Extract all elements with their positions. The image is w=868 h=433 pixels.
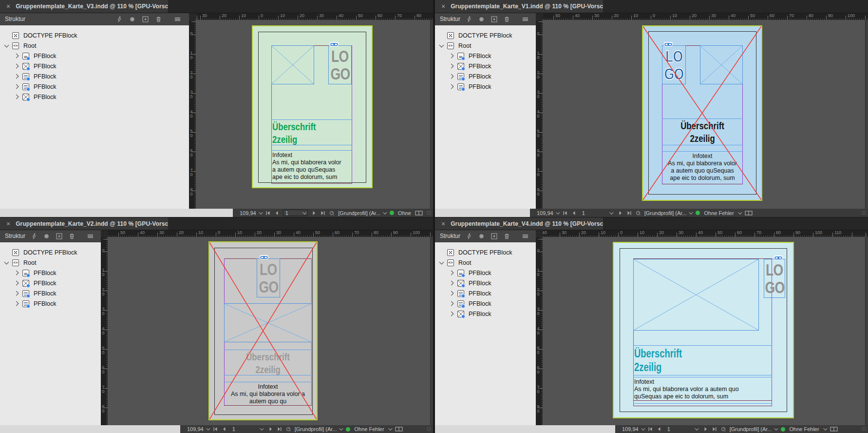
tree-item[interactable]: PFBlock xyxy=(0,61,189,71)
page-canvas[interactable]: LO GO Überschrift 2zeilig Infotext As mi… xyxy=(252,25,373,188)
tree-item[interactable]: PFBlock xyxy=(0,92,189,102)
expander-icon[interactable] xyxy=(13,292,20,295)
record-circle-icon[interactable] xyxy=(478,16,485,22)
preflight-profile-control[interactable]: [Grundprofil] (Ar... xyxy=(730,426,777,432)
tree-item[interactable]: PFBlock xyxy=(435,309,536,319)
pasteboard-view-icon[interactable] xyxy=(395,427,403,432)
tree-item[interactable]: PFBlock xyxy=(0,298,101,309)
preflight-icon[interactable] xyxy=(329,211,334,216)
expander-icon[interactable] xyxy=(13,85,20,88)
logo-frame[interactable]: LO GO xyxy=(328,45,352,84)
last-page-button[interactable] xyxy=(277,427,282,432)
vertical-scrollbar[interactable] xyxy=(430,20,433,209)
expander-icon[interactable] xyxy=(438,44,445,47)
ruler-origin-corner[interactable] xyxy=(536,13,543,20)
trash-icon[interactable] xyxy=(504,16,510,22)
tree-item[interactable]: PFBlock xyxy=(0,288,101,298)
page-canvas[interactable]: LO GO Überschrift 2zeilig Infotext As mi… xyxy=(613,242,794,418)
horizontal-ruler[interactable]: 50403020100102030405060708090100 xyxy=(108,230,433,237)
tree-item[interactable]: PFBlock xyxy=(0,268,101,278)
next-page-button[interactable] xyxy=(268,427,273,432)
add-element-icon[interactable] xyxy=(56,233,62,239)
expander-icon[interactable] xyxy=(13,271,20,275)
vertical-scrollbar[interactable] xyxy=(865,20,868,209)
document-tab[interactable]: × Gruppentemplate_Karte_V3.indd @ 110 % … xyxy=(0,0,168,13)
ruler-origin-corner[interactable] xyxy=(101,230,108,237)
page-number-field[interactable]: 1 xyxy=(230,426,264,433)
trash-icon[interactable] xyxy=(155,16,162,22)
vertical-ruler[interactable]: 01 02 03 04 05 06 07 08 0 xyxy=(101,237,108,425)
record-circle-icon[interactable] xyxy=(129,16,135,22)
next-page-button[interactable] xyxy=(312,211,317,216)
vertical-ruler[interactable]: 01 02 03 04 05 06 07 08 0 xyxy=(536,237,543,425)
preflight-profile-control[interactable]: [Grundprofil] (Ar... xyxy=(295,426,342,432)
tree-item[interactable]: PFBlock xyxy=(435,81,536,92)
previous-page-button[interactable] xyxy=(657,427,661,432)
ruler-origin-corner[interactable] xyxy=(536,230,543,237)
infotext-frame[interactable]: Infotext As mi, qui blaborera volor a au… xyxy=(271,150,352,184)
expander-icon[interactable] xyxy=(13,54,20,58)
expander-icon[interactable] xyxy=(448,292,455,295)
tree-item[interactable]: PFBlock xyxy=(0,81,189,92)
vertical-scrollbar[interactable] xyxy=(430,237,433,425)
expander-icon[interactable] xyxy=(448,312,455,315)
first-page-button[interactable] xyxy=(648,427,653,432)
pasteboard-view-icon[interactable] xyxy=(830,427,838,432)
expander-icon[interactable] xyxy=(448,75,455,78)
trash-icon[interactable] xyxy=(69,233,75,239)
page-canvas[interactable]: LO GO Überschrift 2zeilig Infotext As mi… xyxy=(642,25,762,201)
close-icon[interactable]: × xyxy=(6,3,10,10)
pasteboard-view-icon[interactable] xyxy=(415,211,423,216)
validate-lightning-icon[interactable] xyxy=(466,16,472,22)
vertical-scrollbar[interactable] xyxy=(865,237,868,425)
document-tab[interactable]: × Gruppentemplate_Karte_V4.indd @ 110 % … xyxy=(435,217,603,230)
tree-item[interactable]: Root xyxy=(0,40,189,51)
expander-icon[interactable] xyxy=(13,95,20,98)
resize-grip[interactable] xyxy=(427,427,432,432)
page-number-field[interactable]: 1 xyxy=(665,426,699,433)
tree-item[interactable]: DOCTYPE PFBlock xyxy=(435,30,536,40)
record-circle-icon[interactable] xyxy=(43,233,50,239)
preflight-profile-control[interactable]: [Grundprofil] (Ar... xyxy=(338,210,386,216)
panel-menu-icon[interactable] xyxy=(87,233,94,239)
horizontal-scrollbar[interactable] xyxy=(0,209,233,217)
resize-grip[interactable] xyxy=(862,211,867,216)
horizontal-scrollbar[interactable] xyxy=(435,209,530,217)
horizontal-ruler[interactable]: 403020100102030405060708090100110 xyxy=(543,230,868,237)
first-page-button[interactable] xyxy=(265,211,270,216)
image-placeholder-frame[interactable] xyxy=(271,45,314,84)
image-placeholder-frame[interactable] xyxy=(633,259,759,331)
tree-item[interactable]: PFBlock xyxy=(0,278,101,288)
panel-menu-icon[interactable] xyxy=(522,16,528,22)
previous-page-button[interactable] xyxy=(571,211,576,216)
next-page-button[interactable] xyxy=(618,211,623,216)
document-tab[interactable]: × Gruppentemplate_Karte_V2.indd @ 110 % … xyxy=(0,217,168,230)
expander-icon[interactable] xyxy=(438,261,445,264)
trash-icon[interactable] xyxy=(504,233,510,239)
document-tab[interactable]: × Gruppentemplate_Karte_V1.indd @ 110 % … xyxy=(435,0,603,13)
page-canvas[interactable]: LO GO Überschrift 2zeilig Infotext As mi… xyxy=(208,241,318,420)
ruler-origin-corner[interactable] xyxy=(189,13,196,20)
validate-lightning-icon[interactable] xyxy=(31,233,37,239)
expander-icon[interactable] xyxy=(448,281,455,285)
tree-item[interactable]: DOCTYPE PFBlock xyxy=(0,30,189,40)
close-icon[interactable]: × xyxy=(441,3,445,10)
zoom-level-control[interactable]: 109,94 xyxy=(622,426,644,432)
expander-icon[interactable] xyxy=(13,75,20,78)
zoom-level-control[interactable]: 109,94 xyxy=(240,210,262,216)
next-page-button[interactable] xyxy=(703,427,708,432)
tree-item[interactable]: PFBlock xyxy=(0,71,189,81)
tree-item[interactable]: Root xyxy=(0,257,101,268)
logo-frame[interactable]: LO GO xyxy=(764,259,785,298)
close-icon[interactable]: × xyxy=(6,220,10,227)
panel-menu-icon[interactable] xyxy=(522,233,528,239)
expander-icon[interactable] xyxy=(13,302,20,305)
vertical-ruler[interactable]: 01 02 03 04 05 06 07 08 0 xyxy=(189,20,196,209)
tree-item[interactable]: PFBlock xyxy=(435,51,536,61)
preflight-icon[interactable] xyxy=(286,427,291,432)
tree-item[interactable]: PFBlock xyxy=(435,288,536,298)
resize-grip[interactable] xyxy=(427,211,432,216)
last-page-button[interactable] xyxy=(712,427,717,432)
horizontal-scrollbar[interactable] xyxy=(0,425,180,433)
expander-icon[interactable] xyxy=(3,261,10,264)
